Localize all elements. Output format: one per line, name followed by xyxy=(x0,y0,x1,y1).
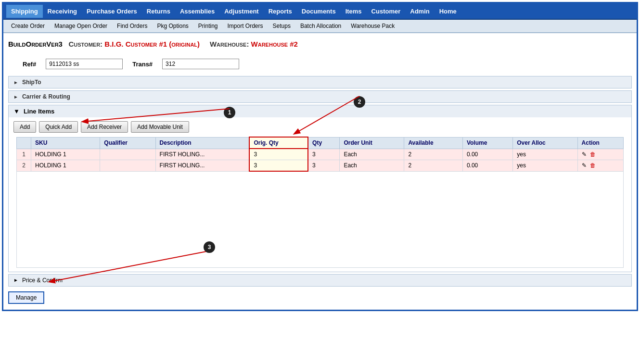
row-1-order-unit: Each xyxy=(340,149,404,160)
line-items-label: Line Items xyxy=(24,108,54,115)
row-2-sku: HOLDING 1 xyxy=(31,160,100,172)
row-2-qualifier xyxy=(100,160,155,172)
main-content: BuildOrderVer3 Customer: B.I.G. Customer… xyxy=(3,33,637,310)
customer-name: B.I.G. Customer #1 (original) xyxy=(104,40,200,48)
col-header-over-alloc: Over Alloc xyxy=(513,137,577,149)
nav-documents[interactable]: Documents xyxy=(297,5,341,18)
ref-label: Ref# xyxy=(23,61,36,68)
edit-icon-1[interactable]: ✎ xyxy=(582,151,587,158)
subnav-find-orders[interactable]: Find Orders xyxy=(112,21,152,31)
annotation-2: 2 xyxy=(354,96,365,108)
nav-admin[interactable]: Admin xyxy=(405,5,434,18)
table-row: 2 HOLDING 1 FIRST HOLING... 3 3 Each 2 0… xyxy=(17,160,624,172)
row-1-action: ✎ 🗑 xyxy=(577,149,623,160)
subnav-setups[interactable]: Setups xyxy=(268,21,295,31)
form-row: Ref# Trans# xyxy=(8,54,632,74)
manage-row: Manage xyxy=(8,289,632,307)
row-2-available: 2 xyxy=(404,160,463,172)
warehouse-name: Warehouse #2 xyxy=(251,40,298,48)
shipto-section-header[interactable]: ► ShipTo xyxy=(8,76,632,88)
col-header-qualifier: Qualifier xyxy=(100,137,155,149)
shipto-toggle-icon: ► xyxy=(13,80,18,85)
annotation-3: 3 xyxy=(204,241,215,253)
row-1-qualifier xyxy=(100,149,155,160)
carrier-label: Carrier & Routing xyxy=(22,93,70,100)
top-nav: Shipping Receiving Purchase Orders Retur… xyxy=(3,3,637,20)
col-header-order-unit: Order Unit xyxy=(340,137,404,149)
ref-input[interactable] xyxy=(46,59,123,69)
nav-assemblies[interactable]: Assemblies xyxy=(175,5,219,18)
nav-reports[interactable]: Reports xyxy=(264,5,297,18)
row-1-qty: 3 xyxy=(308,149,340,160)
delete-icon-2[interactable]: 🗑 xyxy=(590,162,596,169)
row-2-orig-qty: 3 xyxy=(249,160,308,172)
subnav-create-order[interactable]: Create Order xyxy=(6,21,50,31)
customer-label: Customer: xyxy=(68,40,102,48)
line-items-header[interactable]: ▼ Line Items xyxy=(9,105,631,117)
row-2-num: 2 xyxy=(17,160,31,172)
col-header-num xyxy=(17,137,31,149)
carrier-toggle-icon: ► xyxy=(13,94,18,100)
delete-icon-1[interactable]: 🗑 xyxy=(590,151,596,158)
subnav-pkg-options[interactable]: Pkg Options xyxy=(152,21,193,31)
row-1-description: FIRST HOLING... xyxy=(155,149,249,160)
nav-adjustment[interactable]: Adjustment xyxy=(219,5,264,18)
page-title-prefix: BuildOrderVer3 xyxy=(8,40,63,48)
row-1-num: 1 xyxy=(17,149,31,160)
subnav-printing[interactable]: Printing xyxy=(193,21,223,31)
col-header-sku: SKU xyxy=(31,137,100,149)
line-items-container: 1 2 ▼ L xyxy=(8,105,632,272)
col-header-orig-qty: Orig. Qty xyxy=(249,137,308,149)
trans-input[interactable] xyxy=(162,59,239,69)
quick-add-button[interactable]: Quick Add xyxy=(39,121,78,133)
warehouse-label: Warehouse: xyxy=(210,40,249,48)
nav-shipping[interactable]: Shipping xyxy=(6,5,43,18)
subnav-warehouse-pack[interactable]: Warehouse Pack xyxy=(346,21,399,31)
edit-icon-2[interactable]: ✎ xyxy=(582,162,587,169)
subnav-manage-open-order[interactable]: Manage Open Order xyxy=(50,21,112,31)
add-movable-unit-button[interactable]: Add Movable Unit xyxy=(131,121,189,133)
row-1-sku: HOLDING 1 xyxy=(31,149,100,160)
col-header-volume: Volume xyxy=(462,137,512,149)
price-confirm-toggle-icon: ► xyxy=(13,277,18,283)
table-header-row: SKU Qualifier Description Orig. Qty Qty … xyxy=(17,137,624,149)
app-wrapper: Shipping Receiving Purchase Orders Retur… xyxy=(2,2,638,311)
table-row: 1 HOLDING 1 FIRST HOLING... 3 3 Each 2 0… xyxy=(17,149,624,160)
page-title: BuildOrderVer3 Customer: B.I.G. Customer… xyxy=(8,36,632,50)
nav-items[interactable]: Items xyxy=(341,5,367,18)
nav-purchase-orders[interactable]: Purchase Orders xyxy=(82,5,142,18)
row-2-over-alloc: yes xyxy=(513,160,577,172)
add-button[interactable]: Add xyxy=(13,121,36,133)
row-1-over-alloc: yes xyxy=(513,149,577,160)
col-header-qty: Qty xyxy=(308,137,340,149)
line-items-table-wrapper: SKU Qualifier Description Orig. Qty Qty … xyxy=(9,137,631,272)
line-items-toggle-icon: ▼ xyxy=(13,108,20,115)
price-confirm-label: Price & Confirm xyxy=(22,277,63,284)
carrier-section-header[interactable]: ► Carrier & Routing xyxy=(8,90,632,103)
col-header-action: Action xyxy=(577,137,623,149)
nav-home[interactable]: Home xyxy=(435,5,461,18)
nav-receiving[interactable]: Receiving xyxy=(43,5,82,18)
row-1-orig-qty: 3 xyxy=(249,149,308,160)
subnav-batch-allocation[interactable]: Batch Allocation xyxy=(295,21,346,31)
row-2-action: ✎ 🗑 xyxy=(577,160,623,172)
row-1-volume: 0.00 xyxy=(462,149,512,160)
manage-button[interactable]: Manage xyxy=(8,291,44,304)
nav-returns[interactable]: Returns xyxy=(142,5,175,18)
empty-area: 3 xyxy=(17,171,624,267)
row-2-order-unit: Each xyxy=(340,160,404,172)
line-items-buttons: Add Quick Add Add Receiver Add Movable U… xyxy=(9,117,631,137)
shipto-label: ShipTo xyxy=(22,79,41,86)
col-header-description: Description xyxy=(155,137,249,149)
nav-customer[interactable]: Customer xyxy=(367,5,406,18)
sub-nav: Create Order Manage Open Order Find Orde… xyxy=(3,20,637,33)
row-2-description: FIRST HOLING... xyxy=(155,160,249,172)
line-items-table: SKU Qualifier Description Orig. Qty Qty … xyxy=(16,137,624,268)
price-confirm-section-header[interactable]: ► Price & Confirm xyxy=(8,274,632,287)
trans-label: Trans# xyxy=(132,61,153,68)
col-header-available: Available xyxy=(404,137,463,149)
subnav-import-orders[interactable]: Import Orders xyxy=(223,21,268,31)
line-items-section: ▼ Line Items Add Quick Add Add Receiver … xyxy=(8,105,632,272)
annotation-1: 1 xyxy=(224,107,235,118)
add-receiver-button[interactable]: Add Receiver xyxy=(81,121,128,133)
